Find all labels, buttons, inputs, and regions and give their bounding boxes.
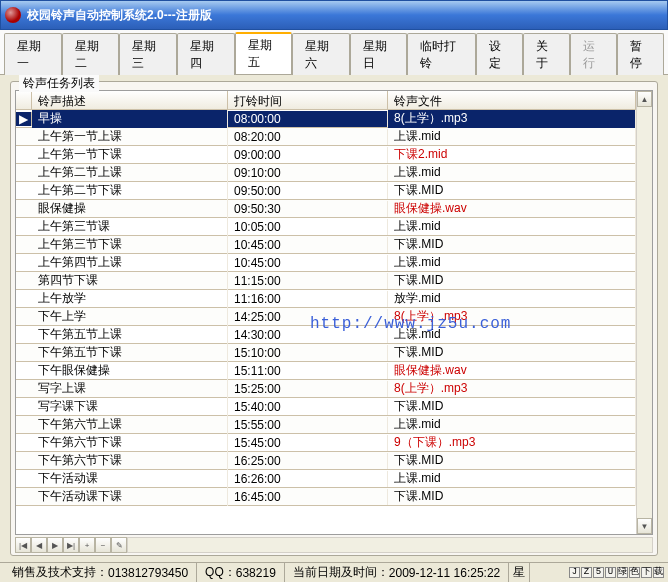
table-row[interactable]: 眼保健操09:50:30眼保健操.wav [16, 200, 636, 218]
cell-file: 下课.MID [388, 343, 636, 362]
nav-prev[interactable]: ◀ [31, 537, 47, 553]
cell-time: 15:25:00 [228, 381, 388, 397]
table-row[interactable]: 写字上课15:25:008(上学）.mp3 [16, 380, 636, 398]
scroll-thumb[interactable] [637, 107, 652, 518]
cell-time: 15:10:00 [228, 345, 388, 361]
table-row[interactable]: 下午第六节下课15:45:009（下课）.mp3 [16, 434, 636, 452]
table-row[interactable]: 下午第六节下课16:25:00下课.MID [16, 452, 636, 470]
cell-file: 上课.mid [388, 325, 636, 344]
cell-time: 09:00:00 [228, 147, 388, 163]
tab-2[interactable]: 星期三 [119, 33, 177, 75]
cell-desc: 下午第六节下课 [32, 451, 228, 470]
table-row[interactable]: 下午第五节下课15:10:00下课.MID [16, 344, 636, 362]
status-brand: JZ5U绿色下载 [569, 567, 664, 578]
cell-desc: 写字上课 [32, 379, 228, 398]
cell-time: 09:50:30 [228, 201, 388, 217]
scroll-up-button[interactable]: ▲ [637, 91, 652, 107]
cell-file: 上课.mid [388, 163, 636, 182]
tab-0[interactable]: 星期一 [4, 33, 62, 75]
cell-time: 16:25:00 [228, 453, 388, 469]
cell-time: 10:05:00 [228, 219, 388, 235]
tab-3[interactable]: 星期四 [177, 33, 235, 75]
nav-add[interactable]: + [79, 537, 95, 553]
tab-5[interactable]: 星期六 [292, 33, 350, 75]
table-row[interactable]: 上午放学11:16:00放学.mid [16, 290, 636, 308]
status-datetime: 当前日期及时间：2009-12-11 16:25:22 [285, 563, 509, 582]
cell-desc: 下午上学 [32, 307, 228, 326]
cell-file: 下课.MID [388, 397, 636, 416]
cell-time: 08:20:00 [228, 129, 388, 145]
cell-time: 15:11:00 [228, 363, 388, 379]
cell-time: 09:50:00 [228, 183, 388, 199]
cell-file: 上课.mid [388, 253, 636, 272]
table-row[interactable]: 上午第二节下课09:50:00下课.MID [16, 182, 636, 200]
nav-edit[interactable]: ✎ [111, 537, 127, 553]
table-row[interactable]: 下午眼保健操15:11:00眼保健操.wav [16, 362, 636, 380]
table-row[interactable]: 上午第四节上课10:45:00上课.mid [16, 254, 636, 272]
tab-4[interactable]: 星期五 [235, 32, 293, 74]
table-row[interactable]: 上午第一节上课08:20:00上课.mid [16, 128, 636, 146]
status-support: 销售及技术支持：013812793450 [4, 563, 197, 582]
table-row[interactable]: 上午第二节上课09:10:00上课.mid [16, 164, 636, 182]
table-row[interactable]: 上午第三节下课10:45:00下课.MID [16, 236, 636, 254]
cell-file: 上课.mid [388, 127, 636, 146]
cell-file: 上课.mid [388, 415, 636, 434]
cell-time: 15:45:00 [228, 435, 388, 451]
record-navigator[interactable]: |◀ ◀ ▶ ▶| + − ✎ [15, 537, 653, 553]
grid-header: 铃声描述 打铃时间 铃声文件 [16, 91, 636, 110]
table-row[interactable]: 下午第六节上课15:55:00上课.mid [16, 416, 636, 434]
cell-time: 14:30:00 [228, 327, 388, 343]
col-header-desc[interactable]: 铃声描述 [32, 91, 228, 109]
app-icon [5, 7, 21, 23]
cell-desc: 早操 [32, 110, 228, 128]
tab-9[interactable]: 关于 [523, 33, 570, 75]
nav-last[interactable]: ▶| [63, 537, 79, 553]
table-row[interactable]: 上午第三节课10:05:00上课.mid [16, 218, 636, 236]
table-row[interactable]: 下午活动课16:26:00上课.mid [16, 470, 636, 488]
table-row[interactable]: 下午活动课下课16:45:00下课.MID [16, 488, 636, 506]
cell-file: 放学.mid [388, 289, 636, 308]
tab-11[interactable]: 暂停 [617, 33, 664, 75]
tab-10: 运行 [570, 33, 617, 75]
cell-desc: 下午第五节下课 [32, 343, 228, 362]
table-row[interactable]: 下午第五节上课14:30:00上课.mid [16, 326, 636, 344]
table-row[interactable]: ▶早操08:00:008(上学）.mp3 [16, 110, 636, 128]
cell-file: 上课.mid [388, 217, 636, 236]
table-row[interactable]: 写字课下课15:40:00下课.MID [16, 398, 636, 416]
cell-desc: 下午眼保健操 [32, 361, 228, 380]
nav-first[interactable]: |◀ [15, 537, 31, 553]
tab-1[interactable]: 星期二 [62, 33, 120, 75]
tab-6[interactable]: 星期日 [350, 33, 408, 75]
cell-time: 11:15:00 [228, 273, 388, 289]
window-title: 校园铃声自动控制系统2.0---注册版 [27, 7, 663, 24]
table-row[interactable]: 第四节下课11:15:00下课.MID [16, 272, 636, 290]
cell-desc: 下午第六节上课 [32, 415, 228, 434]
cell-desc: 上午第一节下课 [32, 145, 228, 164]
col-header-file[interactable]: 铃声文件 [388, 91, 636, 109]
task-grid[interactable]: 铃声描述 打铃时间 铃声文件 ▶早操08:00:008(上学）.mp3上午第一节… [16, 91, 636, 534]
tab-7[interactable]: 临时打铃 [407, 33, 475, 75]
task-list-groupbox: 铃声任务列表 铃声描述 打铃时间 铃声文件 ▶早操08:00:008(上学）.m… [10, 81, 658, 556]
col-header-time[interactable]: 打铃时间 [228, 91, 388, 109]
tab-8[interactable]: 设定 [476, 33, 523, 75]
table-row[interactable]: 上午第一节下课09:00:00下课2.mid [16, 146, 636, 164]
cell-time: 15:40:00 [228, 399, 388, 415]
cell-file: 8(上学）.mp3 [388, 379, 636, 398]
nav-del[interactable]: − [95, 537, 111, 553]
cell-desc: 上午第一节上课 [32, 127, 228, 146]
cell-time: 14:25:00 [228, 309, 388, 325]
row-marker: ▶ [16, 112, 32, 126]
nav-next[interactable]: ▶ [47, 537, 63, 553]
table-row[interactable]: 下午上学14:25:008(上学）.mp3 [16, 308, 636, 326]
scroll-down-button[interactable]: ▼ [637, 518, 652, 534]
grid-body[interactable]: ▶早操08:00:008(上学）.mp3上午第一节上课08:20:00上课.mi… [16, 110, 636, 506]
col-header-marker[interactable] [16, 91, 32, 109]
cell-time: 09:10:00 [228, 165, 388, 181]
cell-desc: 上午第三节课 [32, 217, 228, 236]
cell-desc: 下午活动课 [32, 469, 228, 488]
vertical-scrollbar[interactable]: ▲ ▼ [636, 91, 652, 534]
cell-file: 眼保健操.wav [388, 361, 636, 380]
cell-desc: 上午第三节下课 [32, 235, 228, 254]
cell-file: 下课2.mid [388, 145, 636, 164]
cell-file: 9（下课）.mp3 [388, 433, 636, 452]
